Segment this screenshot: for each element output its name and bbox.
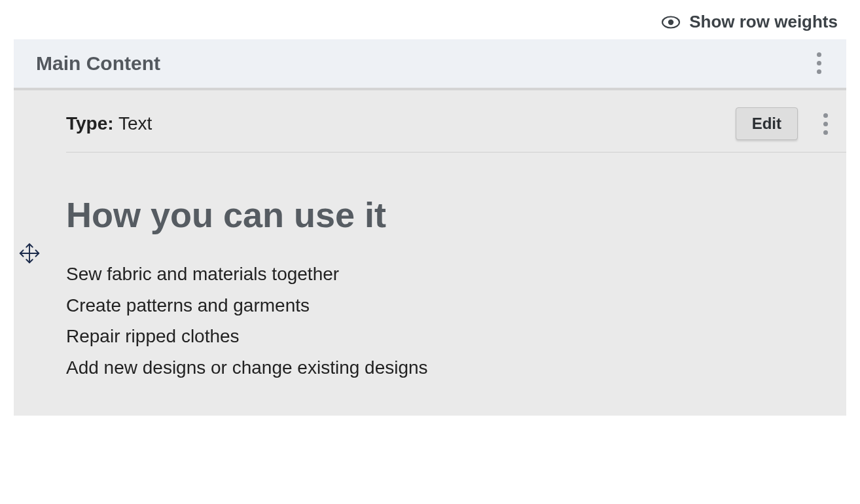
- svg-point-1: [668, 19, 673, 24]
- item-type-label: Type: Text: [66, 113, 152, 134]
- move-icon: [17, 241, 42, 266]
- item-header-row: Type: Text Edit: [66, 90, 846, 153]
- content-lines: Sew fabric and materials together Create…: [66, 259, 820, 383]
- show-row-weights-toggle[interactable]: Show row weights: [662, 12, 838, 32]
- type-key: Type:: [66, 113, 114, 134]
- type-value: Text: [118, 113, 152, 134]
- edit-button[interactable]: Edit: [736, 107, 798, 140]
- content-item: Type: Text Edit How you can use it Sew f…: [14, 90, 846, 416]
- item-menu-button[interactable]: [816, 111, 834, 137]
- show-row-weights-label: Show row weights: [689, 12, 838, 32]
- content-line: Create patterns and garments: [66, 290, 820, 321]
- content-heading: How you can use it: [66, 194, 820, 235]
- panel-title: Main Content: [36, 52, 824, 75]
- drag-handle[interactable]: [16, 240, 43, 266]
- content-line: Add new designs or change existing desig…: [66, 352, 820, 384]
- content-line: Sew fabric and materials together: [66, 259, 820, 290]
- top-toolbar: Show row weights: [13, 12, 847, 32]
- panel-header: Main Content: [14, 39, 846, 88]
- item-content-body: How you can use it Sew fabric and materi…: [66, 153, 846, 383]
- item-actions: Edit: [736, 107, 834, 140]
- main-content-panel: Main Content: [13, 39, 847, 416]
- eye-icon: [662, 16, 680, 29]
- panel-menu-button[interactable]: [810, 50, 828, 76]
- content-line: Repair ripped clothes: [66, 321, 820, 352]
